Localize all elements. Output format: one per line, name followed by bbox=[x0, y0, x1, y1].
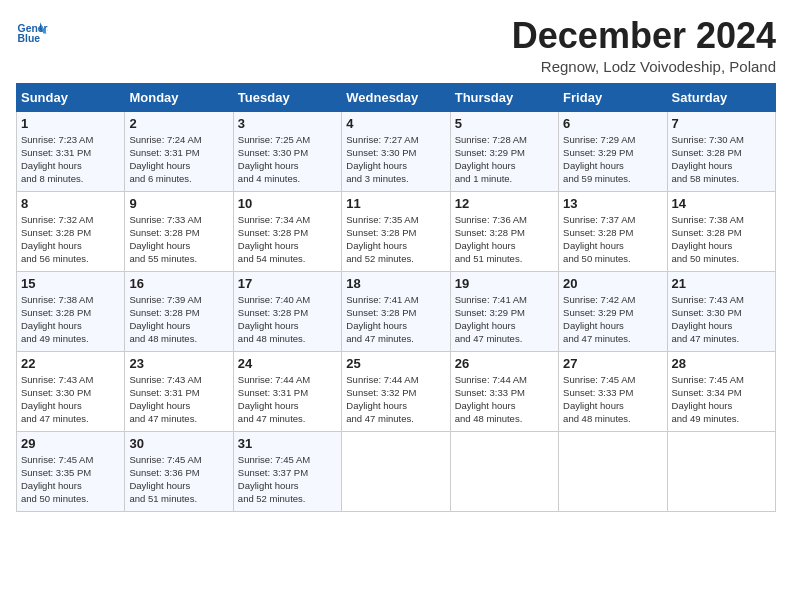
day-number: 15 bbox=[21, 276, 120, 291]
day-info: Sunrise: 7:37 AMSunset: 3:28 PMDaylight … bbox=[563, 214, 635, 265]
day-info: Sunrise: 7:23 AMSunset: 3:31 PMDaylight … bbox=[21, 134, 93, 185]
calendar-day-cell bbox=[667, 431, 775, 511]
calendar-day-cell: 1Sunrise: 7:23 AMSunset: 3:31 PMDaylight… bbox=[17, 111, 125, 191]
day-number: 28 bbox=[672, 356, 771, 371]
calendar-title: December 2024 bbox=[512, 16, 776, 56]
day-number: 31 bbox=[238, 436, 337, 451]
day-number: 9 bbox=[129, 196, 228, 211]
calendar-day-cell: 22Sunrise: 7:43 AMSunset: 3:30 PMDayligh… bbox=[17, 351, 125, 431]
calendar-day-cell: 8Sunrise: 7:32 AMSunset: 3:28 PMDaylight… bbox=[17, 191, 125, 271]
day-number: 20 bbox=[563, 276, 662, 291]
day-number: 6 bbox=[563, 116, 662, 131]
day-number: 16 bbox=[129, 276, 228, 291]
day-number: 12 bbox=[455, 196, 554, 211]
day-info: Sunrise: 7:24 AMSunset: 3:31 PMDaylight … bbox=[129, 134, 201, 185]
day-number: 11 bbox=[346, 196, 445, 211]
day-number: 19 bbox=[455, 276, 554, 291]
weekday-header: Friday bbox=[559, 83, 667, 111]
calendar-day-cell: 20Sunrise: 7:42 AMSunset: 3:29 PMDayligh… bbox=[559, 271, 667, 351]
calendar-day-cell bbox=[559, 431, 667, 511]
day-info: Sunrise: 7:36 AMSunset: 3:28 PMDaylight … bbox=[455, 214, 527, 265]
calendar-day-cell: 16Sunrise: 7:39 AMSunset: 3:28 PMDayligh… bbox=[125, 271, 233, 351]
calendar-day-cell: 10Sunrise: 7:34 AMSunset: 3:28 PMDayligh… bbox=[233, 191, 341, 271]
day-info: Sunrise: 7:44 AMSunset: 3:32 PMDaylight … bbox=[346, 374, 418, 425]
day-info: Sunrise: 7:25 AMSunset: 3:30 PMDaylight … bbox=[238, 134, 310, 185]
calendar-day-cell: 2Sunrise: 7:24 AMSunset: 3:31 PMDaylight… bbox=[125, 111, 233, 191]
calendar-day-cell: 7Sunrise: 7:30 AMSunset: 3:28 PMDaylight… bbox=[667, 111, 775, 191]
calendar-day-cell: 13Sunrise: 7:37 AMSunset: 3:28 PMDayligh… bbox=[559, 191, 667, 271]
day-number: 22 bbox=[21, 356, 120, 371]
day-info: Sunrise: 7:45 AMSunset: 3:34 PMDaylight … bbox=[672, 374, 744, 425]
day-info: Sunrise: 7:43 AMSunset: 3:30 PMDaylight … bbox=[672, 294, 744, 345]
day-info: Sunrise: 7:40 AMSunset: 3:28 PMDaylight … bbox=[238, 294, 310, 345]
calendar-day-cell: 6Sunrise: 7:29 AMSunset: 3:29 PMDaylight… bbox=[559, 111, 667, 191]
calendar-day-cell: 5Sunrise: 7:28 AMSunset: 3:29 PMDaylight… bbox=[450, 111, 558, 191]
calendar-day-cell bbox=[450, 431, 558, 511]
day-info: Sunrise: 7:45 AMSunset: 3:33 PMDaylight … bbox=[563, 374, 635, 425]
day-number: 18 bbox=[346, 276, 445, 291]
calendar-day-cell: 25Sunrise: 7:44 AMSunset: 3:32 PMDayligh… bbox=[342, 351, 450, 431]
calendar-day-cell: 29Sunrise: 7:45 AMSunset: 3:35 PMDayligh… bbox=[17, 431, 125, 511]
logo: General Blue bbox=[16, 16, 48, 48]
day-info: Sunrise: 7:32 AMSunset: 3:28 PMDaylight … bbox=[21, 214, 93, 265]
day-info: Sunrise: 7:33 AMSunset: 3:28 PMDaylight … bbox=[129, 214, 201, 265]
calendar-day-cell bbox=[342, 431, 450, 511]
calendar-day-cell: 14Sunrise: 7:38 AMSunset: 3:28 PMDayligh… bbox=[667, 191, 775, 271]
day-info: Sunrise: 7:41 AMSunset: 3:29 PMDaylight … bbox=[455, 294, 527, 345]
day-info: Sunrise: 7:41 AMSunset: 3:28 PMDaylight … bbox=[346, 294, 418, 345]
logo-icon: General Blue bbox=[16, 16, 48, 48]
day-info: Sunrise: 7:45 AMSunset: 3:36 PMDaylight … bbox=[129, 454, 201, 505]
day-number: 3 bbox=[238, 116, 337, 131]
day-info: Sunrise: 7:30 AMSunset: 3:28 PMDaylight … bbox=[672, 134, 744, 185]
calendar-day-cell: 30Sunrise: 7:45 AMSunset: 3:36 PMDayligh… bbox=[125, 431, 233, 511]
day-number: 14 bbox=[672, 196, 771, 211]
calendar-subtitle: Regnow, Lodz Voivodeship, Poland bbox=[512, 58, 776, 75]
day-number: 1 bbox=[21, 116, 120, 131]
day-number: 7 bbox=[672, 116, 771, 131]
day-info: Sunrise: 7:29 AMSunset: 3:29 PMDaylight … bbox=[563, 134, 635, 185]
day-info: Sunrise: 7:27 AMSunset: 3:30 PMDaylight … bbox=[346, 134, 418, 185]
weekday-header: Saturday bbox=[667, 83, 775, 111]
calendar-week-row: 22Sunrise: 7:43 AMSunset: 3:30 PMDayligh… bbox=[17, 351, 776, 431]
day-info: Sunrise: 7:45 AMSunset: 3:35 PMDaylight … bbox=[21, 454, 93, 505]
day-number: 27 bbox=[563, 356, 662, 371]
weekday-header: Sunday bbox=[17, 83, 125, 111]
day-info: Sunrise: 7:38 AMSunset: 3:28 PMDaylight … bbox=[21, 294, 93, 345]
calendar-day-cell: 21Sunrise: 7:43 AMSunset: 3:30 PMDayligh… bbox=[667, 271, 775, 351]
day-number: 21 bbox=[672, 276, 771, 291]
calendar-day-cell: 31Sunrise: 7:45 AMSunset: 3:37 PMDayligh… bbox=[233, 431, 341, 511]
day-number: 24 bbox=[238, 356, 337, 371]
calendar-day-cell: 27Sunrise: 7:45 AMSunset: 3:33 PMDayligh… bbox=[559, 351, 667, 431]
calendar-day-cell: 12Sunrise: 7:36 AMSunset: 3:28 PMDayligh… bbox=[450, 191, 558, 271]
svg-text:Blue: Blue bbox=[18, 33, 41, 44]
day-info: Sunrise: 7:43 AMSunset: 3:30 PMDaylight … bbox=[21, 374, 93, 425]
day-number: 26 bbox=[455, 356, 554, 371]
day-info: Sunrise: 7:39 AMSunset: 3:28 PMDaylight … bbox=[129, 294, 201, 345]
day-info: Sunrise: 7:45 AMSunset: 3:37 PMDaylight … bbox=[238, 454, 310, 505]
calendar-week-row: 15Sunrise: 7:38 AMSunset: 3:28 PMDayligh… bbox=[17, 271, 776, 351]
calendar-day-cell: 18Sunrise: 7:41 AMSunset: 3:28 PMDayligh… bbox=[342, 271, 450, 351]
calendar-day-cell: 15Sunrise: 7:38 AMSunset: 3:28 PMDayligh… bbox=[17, 271, 125, 351]
day-number: 4 bbox=[346, 116, 445, 131]
calendar-day-cell: 9Sunrise: 7:33 AMSunset: 3:28 PMDaylight… bbox=[125, 191, 233, 271]
calendar-week-row: 1Sunrise: 7:23 AMSunset: 3:31 PMDaylight… bbox=[17, 111, 776, 191]
day-number: 2 bbox=[129, 116, 228, 131]
day-info: Sunrise: 7:44 AMSunset: 3:33 PMDaylight … bbox=[455, 374, 527, 425]
calendar-week-row: 8Sunrise: 7:32 AMSunset: 3:28 PMDaylight… bbox=[17, 191, 776, 271]
calendar-day-cell: 17Sunrise: 7:40 AMSunset: 3:28 PMDayligh… bbox=[233, 271, 341, 351]
day-info: Sunrise: 7:35 AMSunset: 3:28 PMDaylight … bbox=[346, 214, 418, 265]
day-number: 13 bbox=[563, 196, 662, 211]
day-info: Sunrise: 7:34 AMSunset: 3:28 PMDaylight … bbox=[238, 214, 310, 265]
day-number: 30 bbox=[129, 436, 228, 451]
title-block: December 2024 Regnow, Lodz Voivodeship, … bbox=[512, 16, 776, 75]
day-info: Sunrise: 7:28 AMSunset: 3:29 PMDaylight … bbox=[455, 134, 527, 185]
day-info: Sunrise: 7:42 AMSunset: 3:29 PMDaylight … bbox=[563, 294, 635, 345]
weekday-header: Tuesday bbox=[233, 83, 341, 111]
calendar-week-row: 29Sunrise: 7:45 AMSunset: 3:35 PMDayligh… bbox=[17, 431, 776, 511]
weekday-header: Wednesday bbox=[342, 83, 450, 111]
calendar-day-cell: 28Sunrise: 7:45 AMSunset: 3:34 PMDayligh… bbox=[667, 351, 775, 431]
header: General Blue December 2024 Regnow, Lodz … bbox=[16, 16, 776, 75]
calendar-day-cell: 4Sunrise: 7:27 AMSunset: 3:30 PMDaylight… bbox=[342, 111, 450, 191]
day-number: 17 bbox=[238, 276, 337, 291]
day-info: Sunrise: 7:43 AMSunset: 3:31 PMDaylight … bbox=[129, 374, 201, 425]
